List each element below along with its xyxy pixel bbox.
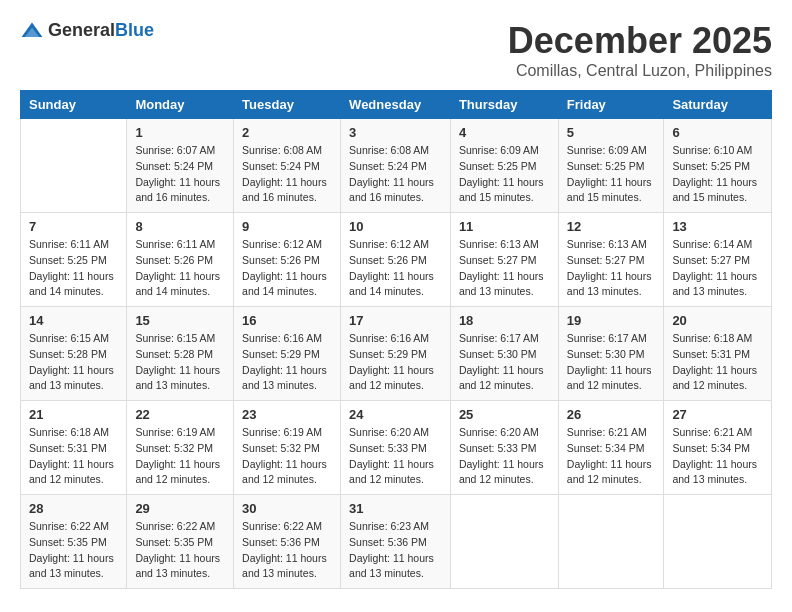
day-number: 12 — [567, 219, 656, 234]
day-info: Sunrise: 6:20 AM Sunset: 5:33 PM Dayligh… — [349, 425, 442, 488]
day-number: 14 — [29, 313, 118, 328]
day-info: Sunrise: 6:15 AM Sunset: 5:28 PM Dayligh… — [135, 331, 225, 394]
calendar-cell: 9Sunrise: 6:12 AM Sunset: 5:26 PM Daylig… — [234, 213, 341, 307]
day-info: Sunrise: 6:08 AM Sunset: 5:24 PM Dayligh… — [349, 143, 442, 206]
day-number: 26 — [567, 407, 656, 422]
logo: GeneralBlue — [20, 20, 154, 41]
day-number: 6 — [672, 125, 763, 140]
day-info: Sunrise: 6:12 AM Sunset: 5:26 PM Dayligh… — [242, 237, 332, 300]
day-info: Sunrise: 6:19 AM Sunset: 5:32 PM Dayligh… — [135, 425, 225, 488]
calendar-cell: 31Sunrise: 6:23 AM Sunset: 5:36 PM Dayli… — [341, 495, 451, 589]
day-number: 15 — [135, 313, 225, 328]
day-info: Sunrise: 6:14 AM Sunset: 5:27 PM Dayligh… — [672, 237, 763, 300]
day-number: 30 — [242, 501, 332, 516]
day-info: Sunrise: 6:18 AM Sunset: 5:31 PM Dayligh… — [672, 331, 763, 394]
day-number: 20 — [672, 313, 763, 328]
day-number: 17 — [349, 313, 442, 328]
header: GeneralBlue December 2025 Comillas, Cent… — [20, 20, 772, 80]
day-info: Sunrise: 6:15 AM Sunset: 5:28 PM Dayligh… — [29, 331, 118, 394]
header-cell-wednesday: Wednesday — [341, 91, 451, 119]
calendar-week-row: 28Sunrise: 6:22 AM Sunset: 5:35 PM Dayli… — [21, 495, 772, 589]
calendar-cell — [450, 495, 558, 589]
day-number: 2 — [242, 125, 332, 140]
title-area: December 2025 Comillas, Central Luzon, P… — [508, 20, 772, 80]
day-number: 3 — [349, 125, 442, 140]
day-number: 9 — [242, 219, 332, 234]
day-info: Sunrise: 6:19 AM Sunset: 5:32 PM Dayligh… — [242, 425, 332, 488]
calendar-cell: 3Sunrise: 6:08 AM Sunset: 5:24 PM Daylig… — [341, 119, 451, 213]
day-info: Sunrise: 6:10 AM Sunset: 5:25 PM Dayligh… — [672, 143, 763, 206]
day-number: 1 — [135, 125, 225, 140]
day-number: 25 — [459, 407, 550, 422]
day-number: 10 — [349, 219, 442, 234]
day-info: Sunrise: 6:11 AM Sunset: 5:25 PM Dayligh… — [29, 237, 118, 300]
calendar-cell: 18Sunrise: 6:17 AM Sunset: 5:30 PM Dayli… — [450, 307, 558, 401]
day-number: 19 — [567, 313, 656, 328]
calendar-header-row: SundayMondayTuesdayWednesdayThursdayFrid… — [21, 91, 772, 119]
calendar-subtitle: Comillas, Central Luzon, Philippines — [508, 62, 772, 80]
logo-blue: Blue — [115, 20, 154, 40]
day-number: 11 — [459, 219, 550, 234]
day-info: Sunrise: 6:22 AM Sunset: 5:35 PM Dayligh… — [135, 519, 225, 582]
calendar-cell: 23Sunrise: 6:19 AM Sunset: 5:32 PM Dayli… — [234, 401, 341, 495]
header-cell-monday: Monday — [127, 91, 234, 119]
calendar-body: 1Sunrise: 6:07 AM Sunset: 5:24 PM Daylig… — [21, 119, 772, 589]
calendar-cell: 19Sunrise: 6:17 AM Sunset: 5:30 PM Dayli… — [558, 307, 664, 401]
calendar-title: December 2025 — [508, 20, 772, 62]
day-info: Sunrise: 6:13 AM Sunset: 5:27 PM Dayligh… — [459, 237, 550, 300]
day-number: 4 — [459, 125, 550, 140]
day-number: 28 — [29, 501, 118, 516]
day-number: 16 — [242, 313, 332, 328]
header-cell-sunday: Sunday — [21, 91, 127, 119]
day-info: Sunrise: 6:17 AM Sunset: 5:30 PM Dayligh… — [459, 331, 550, 394]
day-info: Sunrise: 6:09 AM Sunset: 5:25 PM Dayligh… — [567, 143, 656, 206]
calendar-cell: 13Sunrise: 6:14 AM Sunset: 5:27 PM Dayli… — [664, 213, 772, 307]
calendar-cell: 29Sunrise: 6:22 AM Sunset: 5:35 PM Dayli… — [127, 495, 234, 589]
day-number: 23 — [242, 407, 332, 422]
calendar-cell: 11Sunrise: 6:13 AM Sunset: 5:27 PM Dayli… — [450, 213, 558, 307]
calendar-cell: 20Sunrise: 6:18 AM Sunset: 5:31 PM Dayli… — [664, 307, 772, 401]
day-info: Sunrise: 6:11 AM Sunset: 5:26 PM Dayligh… — [135, 237, 225, 300]
calendar-cell: 27Sunrise: 6:21 AM Sunset: 5:34 PM Dayli… — [664, 401, 772, 495]
calendar-week-row: 7Sunrise: 6:11 AM Sunset: 5:25 PM Daylig… — [21, 213, 772, 307]
header-cell-thursday: Thursday — [450, 91, 558, 119]
calendar-cell: 10Sunrise: 6:12 AM Sunset: 5:26 PM Dayli… — [341, 213, 451, 307]
calendar-cell: 5Sunrise: 6:09 AM Sunset: 5:25 PM Daylig… — [558, 119, 664, 213]
day-info: Sunrise: 6:22 AM Sunset: 5:35 PM Dayligh… — [29, 519, 118, 582]
day-number: 5 — [567, 125, 656, 140]
day-number: 27 — [672, 407, 763, 422]
day-info: Sunrise: 6:07 AM Sunset: 5:24 PM Dayligh… — [135, 143, 225, 206]
calendar-week-row: 1Sunrise: 6:07 AM Sunset: 5:24 PM Daylig… — [21, 119, 772, 213]
day-info: Sunrise: 6:09 AM Sunset: 5:25 PM Dayligh… — [459, 143, 550, 206]
day-number: 8 — [135, 219, 225, 234]
calendar-cell: 7Sunrise: 6:11 AM Sunset: 5:25 PM Daylig… — [21, 213, 127, 307]
day-info: Sunrise: 6:18 AM Sunset: 5:31 PM Dayligh… — [29, 425, 118, 488]
day-number: 31 — [349, 501, 442, 516]
calendar-cell: 26Sunrise: 6:21 AM Sunset: 5:34 PM Dayli… — [558, 401, 664, 495]
calendar-cell: 1Sunrise: 6:07 AM Sunset: 5:24 PM Daylig… — [127, 119, 234, 213]
calendar-cell: 24Sunrise: 6:20 AM Sunset: 5:33 PM Dayli… — [341, 401, 451, 495]
calendar-cell: 14Sunrise: 6:15 AM Sunset: 5:28 PM Dayli… — [21, 307, 127, 401]
calendar-cell: 4Sunrise: 6:09 AM Sunset: 5:25 PM Daylig… — [450, 119, 558, 213]
day-info: Sunrise: 6:21 AM Sunset: 5:34 PM Dayligh… — [672, 425, 763, 488]
day-info: Sunrise: 6:23 AM Sunset: 5:36 PM Dayligh… — [349, 519, 442, 582]
calendar-cell — [664, 495, 772, 589]
calendar-cell: 16Sunrise: 6:16 AM Sunset: 5:29 PM Dayli… — [234, 307, 341, 401]
calendar-cell: 30Sunrise: 6:22 AM Sunset: 5:36 PM Dayli… — [234, 495, 341, 589]
day-info: Sunrise: 6:21 AM Sunset: 5:34 PM Dayligh… — [567, 425, 656, 488]
calendar-cell: 2Sunrise: 6:08 AM Sunset: 5:24 PM Daylig… — [234, 119, 341, 213]
calendar-cell — [558, 495, 664, 589]
calendar-cell: 21Sunrise: 6:18 AM Sunset: 5:31 PM Dayli… — [21, 401, 127, 495]
day-number: 24 — [349, 407, 442, 422]
day-number: 29 — [135, 501, 225, 516]
calendar-cell: 8Sunrise: 6:11 AM Sunset: 5:26 PM Daylig… — [127, 213, 234, 307]
day-info: Sunrise: 6:22 AM Sunset: 5:36 PM Dayligh… — [242, 519, 332, 582]
day-info: Sunrise: 6:08 AM Sunset: 5:24 PM Dayligh… — [242, 143, 332, 206]
calendar-cell: 12Sunrise: 6:13 AM Sunset: 5:27 PM Dayli… — [558, 213, 664, 307]
calendar-cell: 28Sunrise: 6:22 AM Sunset: 5:35 PM Dayli… — [21, 495, 127, 589]
day-number: 21 — [29, 407, 118, 422]
day-info: Sunrise: 6:20 AM Sunset: 5:33 PM Dayligh… — [459, 425, 550, 488]
day-number: 7 — [29, 219, 118, 234]
day-info: Sunrise: 6:13 AM Sunset: 5:27 PM Dayligh… — [567, 237, 656, 300]
calendar-cell: 22Sunrise: 6:19 AM Sunset: 5:32 PM Dayli… — [127, 401, 234, 495]
